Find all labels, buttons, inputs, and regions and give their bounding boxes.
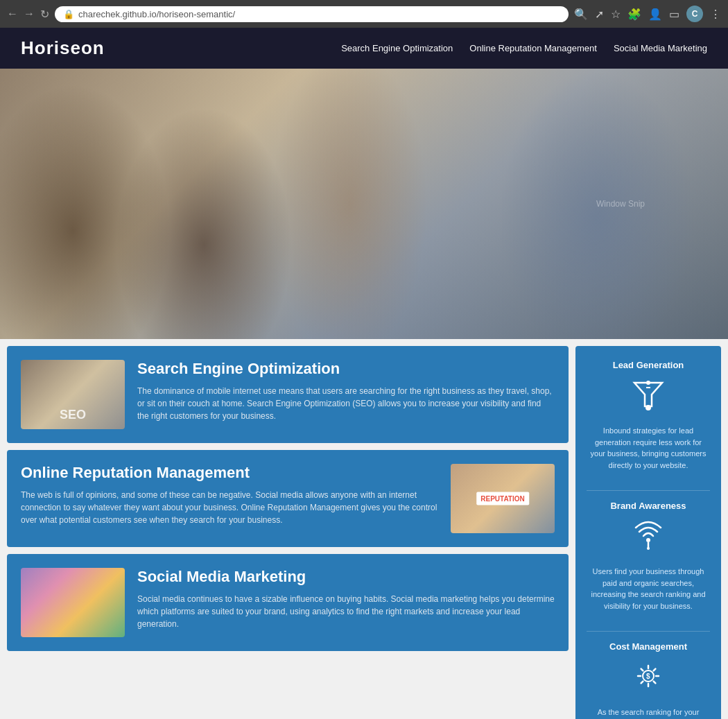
smm-text: Social Media Marketing Social media cont… — [137, 568, 555, 630]
nav-smm[interactable]: Social Media Marketing — [614, 43, 707, 53]
article-smm: Social Media Marketing Social media cont… — [7, 554, 569, 651]
browser-chrome: ← → ↻ 🔒 charechek.github.io/horiseon-sem… — [0, 0, 728, 28]
lead-gen-icon — [631, 377, 666, 418]
main-content: Search Engine Optimization The dominance… — [0, 339, 728, 719]
reload-button[interactable]: ↻ — [40, 8, 49, 21]
menu-icon[interactable]: ⋮ — [710, 8, 721, 21]
svg-text:$: $ — [646, 673, 650, 680]
seo-body: The dominance of mobile internet use mea… — [137, 385, 555, 422]
seo-text: Search Engine Optimization The dominance… — [137, 360, 555, 422]
brand-awareness-icon — [631, 518, 666, 559]
article-seo: Search Engine Optimization The dominance… — [7, 346, 569, 443]
bookmark-icon[interactable]: ☆ — [611, 8, 621, 21]
share-icon[interactable]: ➚ — [595, 8, 604, 21]
smm-title: Social Media Marketing — [137, 568, 555, 586]
cost-management-text: As the search ranking for your business … — [587, 707, 710, 719]
puzzle-icon[interactable]: 🧩 — [627, 8, 641, 21]
watermark: Window Snip — [596, 199, 645, 209]
nav-seo[interactable]: Search Engine Optimization — [341, 43, 453, 53]
article-orm: Online Reputation Management The web is … — [7, 450, 569, 547]
brand-awareness-text: Users find your business through paid an… — [587, 566, 710, 612]
cost-management-icon: $ — [631, 659, 666, 700]
orm-text: Online Reputation Management The web is … — [21, 464, 438, 526]
user-avatar[interactable]: C — [686, 6, 703, 22]
website: Horiseon Search Engine Optimization Onli… — [0, 28, 728, 719]
site-logo: Horiseon — [21, 37, 105, 59]
nav-orm[interactable]: Online Reputation Management — [469, 43, 597, 53]
site-header: Horiseon Search Engine Optimization Onli… — [0, 28, 728, 69]
divider-1 — [587, 490, 710, 491]
aside-brand-awareness: Brand Awareness Users find your busines — [587, 501, 710, 621]
lead-gen-title: Lead Generation — [613, 360, 684, 370]
back-button[interactable]: ← — [7, 8, 18, 20]
svg-marker-0 — [634, 383, 662, 406]
profile-icon[interactable]: 👤 — [648, 8, 662, 21]
url-text: charechek.github.io/horiseon-semantic/ — [78, 9, 235, 19]
aside-column: Lead Generation Inbound strategies for l… — [575, 346, 721, 719]
orm-title: Online Reputation Management — [21, 464, 438, 482]
articles-column: Search Engine Optimization The dominance… — [7, 346, 569, 719]
aside-lead-gen: Lead Generation Inbound strategies for l… — [587, 360, 710, 480]
reputation-image — [451, 464, 555, 533]
svg-point-4 — [646, 538, 650, 542]
browser-toolbar: 🔍 ➚ ☆ 🧩 👤 ▭ C ⋮ — [574, 6, 721, 22]
lock-icon: 🔒 — [63, 9, 74, 19]
orm-body: The web is full of opinions, and some of… — [21, 489, 438, 526]
lead-gen-text: Inbound strategies for lead generation r… — [587, 425, 710, 471]
site-nav: Search Engine Optimization Online Reputa… — [341, 43, 707, 53]
search-icon[interactable]: 🔍 — [574, 8, 588, 21]
seo-title: Search Engine Optimization — [137, 360, 555, 378]
aside-cost-management: Cost Management $ As the search ranking … — [587, 641, 710, 719]
cost-management-title: Cost Management — [609, 641, 687, 652]
brand-awareness-title: Brand Awareness — [610, 501, 686, 511]
aside-card: Lead Generation Inbound strategies for l… — [575, 346, 721, 719]
svg-point-1 — [645, 405, 651, 410]
smm-body: Social media continues to have a sizable… — [137, 593, 555, 630]
address-bar[interactable]: 🔒 charechek.github.io/horiseon-semantic/ — [55, 6, 569, 22]
forward-button[interactable]: → — [24, 8, 35, 20]
svg-point-6 — [647, 547, 650, 550]
social-media-image — [21, 568, 125, 637]
window-icon[interactable]: ▭ — [669, 8, 679, 21]
seo-image — [21, 360, 125, 429]
svg-point-3 — [646, 381, 650, 385]
divider-2 — [587, 631, 710, 632]
hero-section: Window Snip — [0, 69, 728, 339]
